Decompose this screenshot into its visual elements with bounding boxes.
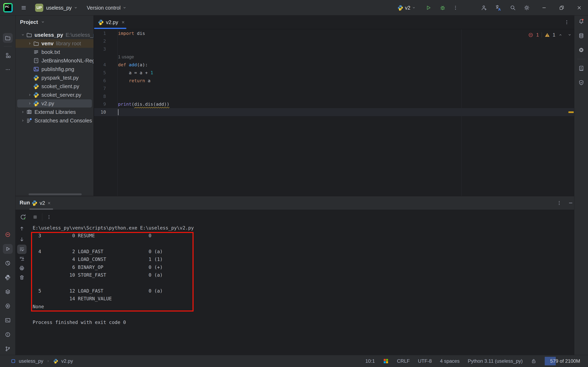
gutter-number[interactable]: 7 [94, 86, 106, 91]
code-line[interactable]: 6 return a [94, 77, 574, 85]
gutter-number[interactable]: 8 [94, 94, 106, 99]
prev-occurrence[interactable] [17, 224, 26, 233]
close-tab-icon[interactable] [47, 201, 51, 205]
code-line[interactable]: 9print(dis.dis(add)) [94, 100, 574, 108]
rerun-button[interactable] [20, 214, 26, 221]
gutter-number[interactable]: 6 [94, 78, 106, 83]
project-name-widget[interactable]: useless_py [46, 5, 72, 11]
scrollbar-warning-mark[interactable] [568, 111, 574, 113]
code-line[interactable]: 10 [94, 108, 574, 116]
tool-terminal[interactable] [3, 315, 13, 325]
chevron-right-icon[interactable] [27, 41, 33, 46]
indent-style[interactable]: 4 spaces [440, 358, 460, 364]
chevron-right-icon[interactable] [27, 93, 33, 97]
hide-tool-window-icon[interactable] [568, 200, 574, 206]
more-actions-icon[interactable] [452, 5, 459, 11]
os-indicator[interactable] [383, 358, 389, 364]
inspections-widget[interactable]: 1 1 [528, 31, 572, 39]
prev-problem-icon[interactable] [558, 33, 563, 37]
print-output[interactable] [17, 263, 26, 273]
tool-structure[interactable] [3, 50, 13, 60]
search-everywhere-icon[interactable] [510, 4, 516, 11]
clear-output[interactable] [17, 273, 26, 282]
tool-run[interactable] [3, 244, 13, 254]
chevron-down-icon[interactable] [20, 33, 26, 37]
project-panel-title[interactable]: Project [20, 19, 38, 25]
tool-python-console[interactable] [3, 273, 13, 282]
chevron-right-icon[interactable] [20, 110, 26, 114]
code-editor[interactable]: 1import dis231 usage4def add(a):5 a = a … [94, 29, 574, 196]
run-button[interactable] [425, 4, 432, 11]
notifications[interactable] [576, 17, 586, 26]
read-write-status[interactable] [531, 358, 537, 364]
tool-errors[interactable] [3, 230, 13, 240]
tree-venv[interactable]: venvlibrary root [16, 39, 94, 48]
line-separator[interactable]: CRLF [397, 358, 410, 364]
tool-sciview[interactable] [576, 45, 586, 55]
tree-scoket-server[interactable]: scoket_server.py [16, 91, 94, 99]
code-line[interactable]: 1 usage [94, 53, 574, 61]
tool-problems[interactable] [3, 330, 13, 340]
gutter-number[interactable]: 3 [94, 47, 106, 52]
more-tool-windows[interactable] [3, 65, 13, 75]
breadcrumb-file[interactable]: v2.py [61, 358, 73, 364]
tool-documentation[interactable]: A [576, 63, 586, 73]
gutter-number[interactable]: 4 [94, 62, 106, 67]
vcs-widget[interactable]: Version control [87, 5, 120, 11]
run-panel-title[interactable]: Run [20, 200, 30, 206]
python-interpreter[interactable]: Python 3.11 (useless_py) [468, 358, 523, 364]
close-button[interactable] [571, 0, 588, 16]
main-menu-icon[interactable] [20, 4, 27, 11]
memory-indicator[interactable]: 579 of 2100M [545, 357, 586, 365]
caret-position[interactable]: 10:1 [366, 358, 375, 364]
run-options-icon[interactable] [556, 200, 562, 206]
tab-v2-py[interactable]: v2.py [94, 16, 129, 29]
code-with-me-icon[interactable] [481, 4, 487, 11]
debug-button[interactable] [439, 4, 446, 11]
stop-button[interactable] [32, 214, 38, 220]
code-line[interactable]: 8 [94, 92, 574, 100]
file-encoding[interactable]: UTF-8 [418, 358, 432, 364]
run-tab-v2[interactable]: v2 [29, 196, 53, 210]
tree-scoket-client[interactable]: scoket_client.py [16, 82, 94, 91]
settings-icon[interactable] [523, 4, 530, 11]
tool-coverage[interactable] [576, 78, 586, 88]
code-line[interactable]: 5 a = a + 1 [94, 69, 574, 77]
tree-book-txt[interactable]: book.txt [16, 48, 94, 56]
next-occurrence[interactable] [17, 235, 26, 244]
gutter-number[interactable]: 1 [94, 31, 106, 36]
usages-inlay-hint[interactable]: 1 usage [106, 54, 134, 59]
close-tab-icon[interactable] [121, 20, 125, 24]
tool-profiler[interactable] [3, 258, 13, 268]
tool-project[interactable] [3, 33, 13, 43]
tree-external-libraries[interactable]: External Libraries [16, 108, 94, 116]
translate-icon[interactable]: A [495, 4, 502, 11]
chevron-right-icon[interactable] [27, 101, 33, 106]
tree-publishfig[interactable]: publishfig.png [16, 65, 94, 74]
chevron-right-icon[interactable] [20, 118, 26, 123]
gutter-number[interactable]: 9 [94, 102, 106, 107]
restore-button[interactable] [553, 0, 571, 16]
code-line[interactable]: 4def add(a): [94, 61, 574, 69]
next-problem-icon[interactable] [567, 33, 572, 37]
gutter-number[interactable]: 2 [94, 39, 106, 44]
tab-options-icon[interactable] [564, 19, 570, 25]
tool-python-packages[interactable] [3, 301, 13, 311]
code-line[interactable]: 2 [94, 37, 574, 45]
horizontal-scrollbar-thumb[interactable] [29, 193, 82, 195]
code-line[interactable]: 7 [94, 84, 574, 92]
more-icon[interactable] [46, 214, 52, 220]
tree-v2-py[interactable]: v2.py [16, 99, 94, 108]
tree-scratches[interactable]: Scratches and Consoles [16, 116, 94, 125]
gutter-number[interactable]: 5 [94, 70, 106, 75]
breadcrumb-project[interactable]: useless_py [19, 358, 43, 364]
tree-jetbrains-font[interactable]: ?JetBrainsMonoNL-Regula [16, 56, 94, 65]
minimize-button[interactable] [535, 0, 553, 16]
tool-services[interactable] [3, 287, 13, 297]
scroll-to-end[interactable] [17, 254, 26, 263]
tree-useless_py[interactable]: useless_pyE:\useless_py [16, 31, 94, 39]
code-line[interactable]: 1import dis [94, 29, 574, 37]
tool-database[interactable] [576, 31, 586, 41]
gutter-number[interactable]: 10 [94, 109, 106, 115]
tree-pyspark-test[interactable]: pyspark_test.py [16, 74, 94, 82]
